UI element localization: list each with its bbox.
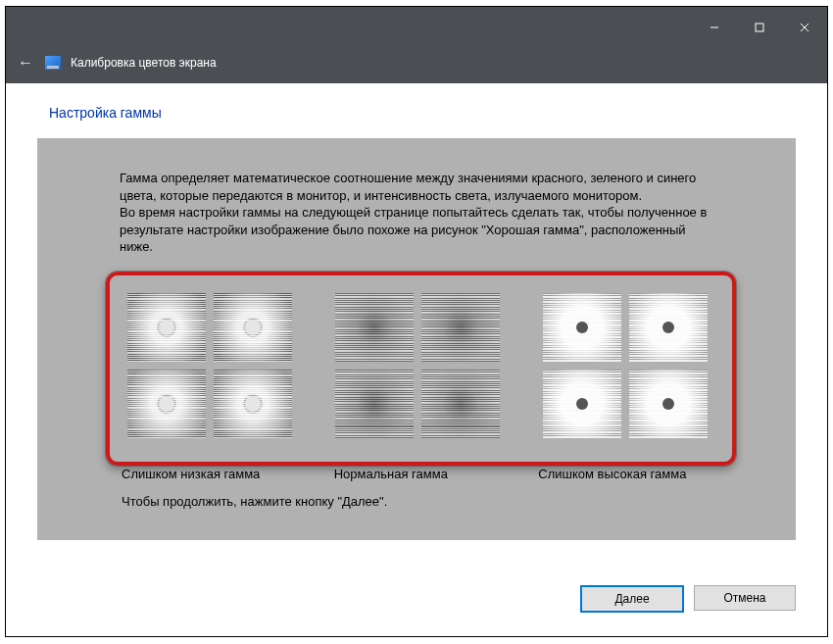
sample-high-gamma <box>537 287 713 444</box>
sample-high-gamma-image <box>537 287 713 444</box>
next-button[interactable]: Далее <box>580 585 684 613</box>
sample-low-gamma <box>122 287 298 444</box>
cancel-button[interactable]: Отмена <box>694 585 796 611</box>
close-button[interactable] <box>782 7 827 48</box>
sample-normal-gamma-image <box>329 287 506 444</box>
continue-instruction: Чтобы продолжить, нажмите кнопку "Далее"… <box>122 493 387 511</box>
back-button[interactable]: ← <box>16 54 35 72</box>
nav-bar: ← Калибровка цветов экрана <box>6 48 827 83</box>
caption-high: Слишком высокая гамма <box>513 466 717 483</box>
content-area: Гамма определяет математическое соотноше… <box>37 138 796 540</box>
gamma-samples <box>122 287 713 444</box>
caption-low: Слишком низкая гамма <box>122 466 301 483</box>
sample-captions: Слишком низкая гамма Нормальная гамма Сл… <box>122 466 717 483</box>
window-title: Калибровка цветов экрана <box>71 56 217 70</box>
window-frame: ← Калибровка цветов экрана Настройка гам… <box>5 6 828 637</box>
title-bar <box>6 7 827 48</box>
wizard-header-area: Настройка гаммы <box>6 83 827 138</box>
description-paragraph-2: Во время настройки гаммы на следующей ст… <box>120 204 713 256</box>
footer-buttons: Далее Отмена <box>37 575 796 613</box>
sample-normal-gamma <box>329 287 506 444</box>
maximize-button[interactable] <box>737 7 782 48</box>
sample-low-gamma-image <box>122 287 298 444</box>
description-paragraph-1: Гамма определяет математическое соотноше… <box>120 170 713 204</box>
minimize-button[interactable] <box>692 7 737 48</box>
page-heading: Настройка гаммы <box>49 105 784 126</box>
control-panel-icon <box>45 56 61 70</box>
svg-rect-1 <box>756 24 763 31</box>
caption-normal: Нормальная гамма <box>301 466 514 483</box>
